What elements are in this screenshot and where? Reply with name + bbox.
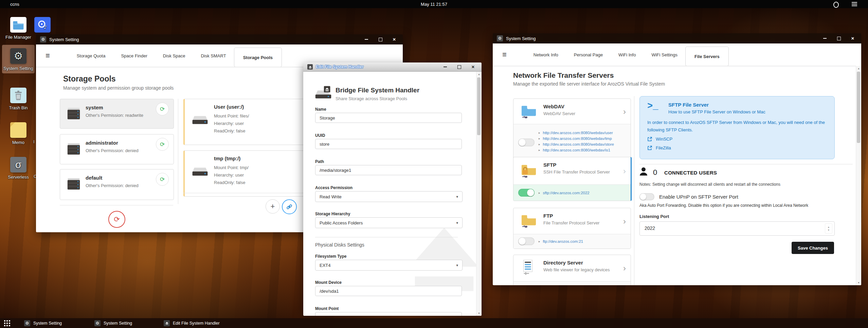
refresh-pools-button[interactable]: ⟳ (108, 211, 125, 228)
tab-storage-pools[interactable]: Storage Pools (234, 48, 282, 67)
taskbar-item-system-setting-2[interactable]: ⚙ System Setting (94, 320, 132, 326)
desktop-icon-system-setting[interactable]: ⚙ System Setting (2, 45, 35, 73)
webdav-card[interactable]: WebDAV WebDAV Server › ▸http://dev.arozo… (513, 98, 631, 162)
scroll-down-icon[interactable]: ▼ (856, 280, 861, 285)
server-name: FTP (543, 213, 553, 219)
filesystem-type-select[interactable]: EXT4▾ (315, 260, 463, 271)
scroll-up-icon[interactable]: ▲ (476, 72, 482, 77)
minimize-button[interactable] (443, 65, 448, 69)
partial-icon-label: I (33, 139, 35, 144)
desktop-icon-serverless[interactable]: σ Serverless (2, 157, 35, 180)
taskbar-item-edit-fs-handler[interactable]: Edit File System Handler (164, 320, 220, 326)
maximize-button[interactable] (836, 36, 841, 41)
pool-card-administrator[interactable]: administrator Other's Permission: denied… (60, 134, 174, 164)
chevron-right-icon[interactable]: › (623, 107, 626, 116)
name-input[interactable] (315, 113, 462, 123)
scrollbar-thumb[interactable] (857, 72, 860, 143)
filesystem-type-label: Filesystem Type (315, 254, 346, 259)
desktop-icon-media[interactable]: ♪ (27, 17, 58, 35)
upnp-toggle[interactable] (639, 193, 654, 200)
taskbar-item-system-setting-1[interactable]: ⚙ System Setting (24, 320, 62, 326)
system-menu-icon[interactable] (852, 2, 857, 6)
app-launcher-icon[interactable] (4, 320, 10, 326)
webdav-url[interactable]: http://dev.arozos.com:8080/webdav/tmp (543, 136, 612, 141)
ftp-url[interactable]: ftp://dev.arozos.com:21 (543, 239, 583, 243)
storage-hierarchy-select[interactable]: Public Access Folders▾ (315, 217, 463, 228)
sftp-toggle[interactable] (518, 189, 535, 197)
mount-point-label: Mount Point (315, 306, 339, 311)
mount-device-input[interactable] (315, 286, 462, 296)
mount-point-input[interactable] (315, 312, 462, 316)
storage-hierarchy-label: Storage Hierarchy (315, 212, 350, 216)
close-button[interactable]: × (850, 36, 855, 41)
scroll-down-icon[interactable]: ▼ (476, 311, 482, 316)
directory-server-footer (513, 281, 631, 285)
tab-space-finder[interactable]: Space Finder (113, 45, 155, 67)
number-spinner[interactable]: ▲▼ (825, 223, 832, 234)
pool-sync-button[interactable]: ⟳ (156, 173, 169, 186)
name-label: Name (315, 107, 326, 112)
listening-port-input[interactable] (640, 222, 819, 235)
tab-personal-page[interactable]: Personal Page (566, 44, 611, 66)
ftp-card[interactable]: FTP File Transfer Protocol Server › ▸ftp… (513, 208, 631, 249)
window-titlebar[interactable]: Edit File System Handler × (303, 62, 482, 72)
sftp-card[interactable]: SFTP SSH File Transfer Protocol Server ›… (513, 157, 632, 201)
scroll-up-icon[interactable]: ▲ (856, 66, 861, 71)
status-ring-icon[interactable] (833, 2, 839, 8)
link-bridge-button[interactable] (282, 199, 297, 214)
maximize-button[interactable] (378, 37, 383, 42)
page-title: Storage Pools (63, 74, 116, 84)
winscp-link[interactable]: WinSCP (647, 136, 672, 142)
hamburger-menu-icon[interactable]: ≡ (502, 50, 507, 59)
scrollbar[interactable]: ▲ ▼ (476, 72, 482, 316)
directory-server-card[interactable]: Directory Server Web file viewer for leg… (513, 255, 631, 285)
page-subtitle: Manage the exported file server interfac… (513, 81, 665, 87)
filezilla-link[interactable]: FileZilla (647, 145, 671, 150)
window-titlebar[interactable]: ⚙ System Setting × (493, 33, 861, 43)
scrollbar[interactable]: ▲ ▼ (856, 66, 861, 285)
tab-disk-space[interactable]: Disk Space (155, 45, 193, 67)
desktop-icon-trash-bin[interactable]: Trash Bin (2, 88, 35, 111)
webdav-url[interactable]: http://dev.arozos.com:8080/webdav/user (543, 131, 613, 135)
sftp-url[interactable]: sftp://dev.arozos.com:2022 (543, 191, 590, 195)
close-button[interactable]: × (392, 37, 397, 42)
ftp-toggle[interactable] (518, 237, 535, 245)
webdav-toggle[interactable] (518, 139, 535, 146)
chevron-right-icon[interactable]: › (623, 217, 626, 226)
pool-card-system[interactable]: system Other's Permission: readwrite ⟳ (60, 99, 174, 129)
tab-wifi-settings[interactable]: WiFi Settings (644, 44, 685, 66)
webdav-url[interactable]: http://dev.arozos.com:8080/webdav/is1 (543, 148, 611, 152)
desktop-icon-label: System Setting (2, 66, 35, 71)
bridge-card-tmp[interactable]: tmp (tmp:/) Mount Point: tmp/ Hierarchy:… (183, 150, 314, 197)
path-input[interactable] (315, 165, 462, 175)
chevron-right-icon[interactable]: › (623, 263, 626, 273)
uuid-input[interactable] (315, 139, 462, 149)
webdav-footer: ▸http://dev.arozos.com:8080/webdav/user … (513, 124, 631, 162)
save-changes-button[interactable]: Save Changes (792, 242, 834, 254)
webdav-folder-icon (521, 104, 537, 119)
tab-file-servers[interactable]: File Servers (685, 47, 729, 66)
close-button[interactable]: × (471, 65, 475, 69)
window-titlebar[interactable]: ⚙ System Setting × (36, 34, 403, 44)
hamburger-menu-icon[interactable]: ≡ (46, 51, 50, 60)
hostname[interactable]: ccns (10, 2, 19, 7)
tab-wifi-info[interactable]: WiFi Info (611, 44, 644, 66)
pool-name: administrator (86, 140, 118, 146)
webdav-url[interactable]: http://dev.arozos.com:8080/webdav/store (543, 142, 614, 146)
minimize-button[interactable] (364, 37, 369, 42)
tab-network-info[interactable]: Network Info (526, 44, 566, 66)
minimize-button[interactable] (822, 36, 827, 41)
desktop-icon-memo[interactable]: Memo (2, 122, 35, 145)
access-permission-select[interactable]: Read Write▾ (315, 191, 463, 202)
chevron-right-icon[interactable]: › (623, 166, 626, 176)
bridge-name: tmp (tmp:/) (214, 156, 240, 161)
pool-card-default[interactable]: default Other's Permission: denied ⟳ (60, 169, 174, 200)
tab-disk-smart[interactable]: Disk SMART (193, 45, 234, 67)
pool-sync-button[interactable]: ⟳ (156, 138, 169, 151)
maximize-button[interactable] (457, 65, 462, 69)
bridge-card-user[interactable]: User (user:/) Mount Point: files/ Hierar… (183, 99, 314, 145)
add-handler-button[interactable]: + (266, 199, 280, 214)
scrollbar-thumb[interactable] (477, 77, 481, 135)
pool-sync-button[interactable]: ⟳ (156, 103, 169, 115)
tab-storage-quota[interactable]: Storage Quota (69, 45, 113, 67)
